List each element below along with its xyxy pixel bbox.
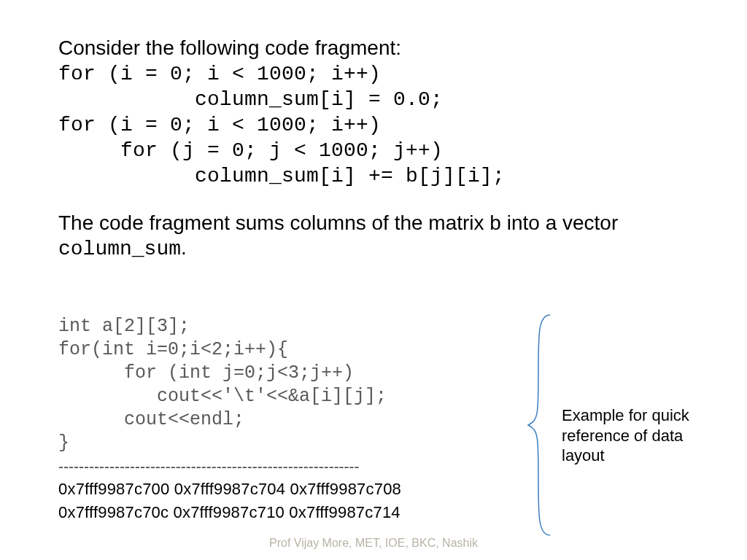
code-fragment-1: for (i = 0; i < 1000; i++) column_sum[i]… — [58, 61, 696, 189]
brace-label: Example for quick reference of data layo… — [562, 405, 708, 466]
slide: Consider the following code fragment: fo… — [0, 0, 747, 560]
desc-mono: column_sum — [58, 238, 181, 260]
intro-text: Consider the following code fragment: — [58, 36, 696, 60]
desc-pre: The code fragment sums columns of the ma… — [58, 211, 618, 234]
brace-annotation: Example for quick reference of data layo… — [525, 312, 715, 538]
description: The code fragment sums columns of the ma… — [58, 211, 696, 261]
footer-credit: Prof Vijay More, MET, IOE, BKC, Nashik — [0, 537, 747, 550]
curly-brace-icon — [525, 312, 557, 538]
desc-post: . — [181, 236, 187, 259]
